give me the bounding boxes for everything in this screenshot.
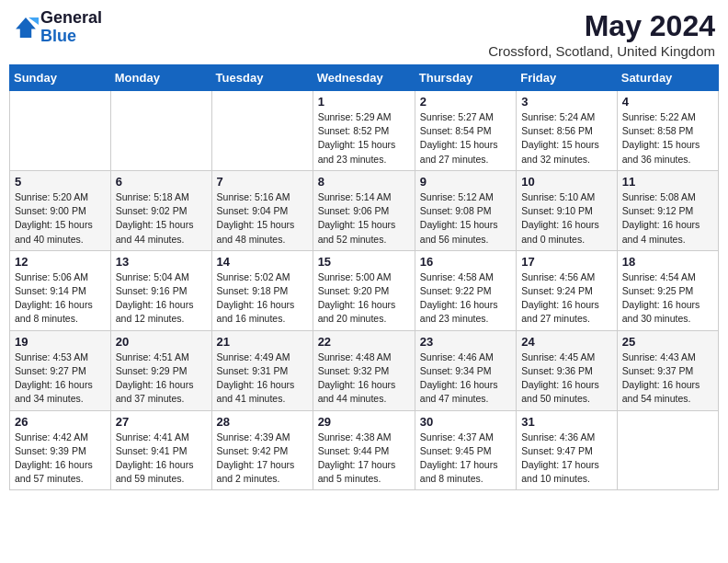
day-number: 18 [622, 255, 713, 269]
calendar-cell: 7Sunrise: 5:16 AMSunset: 9:04 PMDaylight… [211, 170, 313, 250]
month-title: May 2024 [488, 9, 715, 43]
calendar-cell [211, 91, 313, 171]
calendar-cell [110, 91, 211, 171]
day-number: 13 [116, 255, 207, 269]
day-info: Sunrise: 5:12 AMSunset: 9:08 PMDaylight:… [420, 190, 511, 247]
day-number: 27 [116, 415, 207, 429]
day-number: 10 [521, 175, 612, 189]
logo: General Blue [13, 9, 102, 46]
calendar-cell: 22Sunrise: 4:48 AMSunset: 9:32 PMDayligh… [313, 330, 415, 410]
day-info: Sunrise: 5:18 AMSunset: 9:02 PMDaylight:… [116, 190, 207, 247]
day-info: Sunrise: 4:43 AMSunset: 9:37 PMDaylight:… [622, 350, 713, 407]
calendar-week-row: 5Sunrise: 5:20 AMSunset: 9:00 PMDaylight… [10, 170, 719, 250]
calendar-week-row: 26Sunrise: 4:42 AMSunset: 9:39 PMDayligh… [10, 410, 719, 490]
day-info: Sunrise: 4:41 AMSunset: 9:41 PMDaylight:… [116, 431, 207, 487]
day-info: Sunrise: 5:02 AMSunset: 9:18 PMDaylight:… [217, 270, 308, 327]
calendar-cell: 5Sunrise: 5:20 AMSunset: 9:00 PMDaylight… [10, 170, 111, 250]
calendar-cell: 27Sunrise: 4:41 AMSunset: 9:41 PMDayligh… [110, 410, 211, 490]
calendar-cell: 6Sunrise: 5:18 AMSunset: 9:02 PMDaylight… [110, 170, 211, 250]
day-number: 2 [420, 95, 511, 109]
day-info: Sunrise: 4:51 AMSunset: 9:29 PMDaylight:… [116, 350, 207, 407]
weekday-header: Wednesday [313, 65, 415, 91]
day-info: Sunrise: 4:53 AMSunset: 9:27 PMDaylight:… [15, 350, 106, 407]
calendar-cell: 13Sunrise: 5:04 AMSunset: 9:16 PMDayligh… [110, 250, 211, 330]
day-info: Sunrise: 4:37 AMSunset: 9:45 PMDaylight:… [420, 431, 511, 487]
day-number: 8 [318, 175, 410, 189]
day-number: 9 [420, 175, 511, 189]
calendar-cell: 4Sunrise: 5:22 AMSunset: 8:58 PMDaylight… [617, 91, 718, 171]
day-number: 3 [521, 95, 612, 109]
calendar-week-row: 19Sunrise: 4:53 AMSunset: 9:27 PMDayligh… [10, 330, 719, 410]
calendar-cell: 3Sunrise: 5:24 AMSunset: 8:56 PMDaylight… [517, 91, 618, 171]
calendar-cell: 9Sunrise: 5:12 AMSunset: 9:08 PMDaylight… [415, 170, 516, 250]
calendar-cell: 14Sunrise: 5:02 AMSunset: 9:18 PMDayligh… [211, 250, 313, 330]
weekday-header: Friday [517, 65, 618, 91]
calendar-cell: 31Sunrise: 4:36 AMSunset: 9:47 PMDayligh… [517, 410, 618, 490]
day-info: Sunrise: 5:24 AMSunset: 8:56 PMDaylight:… [521, 110, 612, 167]
day-info: Sunrise: 4:45 AMSunset: 9:36 PMDaylight:… [521, 350, 612, 407]
calendar-header-row: SundayMondayTuesdayWednesdayThursdayFrid… [10, 65, 719, 91]
day-number: 28 [217, 415, 308, 429]
day-number: 30 [420, 415, 511, 429]
page-header: General Blue May 2024 Crossford, Scotlan… [9, 9, 719, 59]
calendar-cell: 10Sunrise: 5:10 AMSunset: 9:10 PMDayligh… [517, 170, 618, 250]
day-info: Sunrise: 4:56 AMSunset: 9:24 PMDaylight:… [521, 270, 612, 327]
day-info: Sunrise: 5:27 AMSunset: 8:54 PMDaylight:… [420, 110, 511, 167]
title-block: May 2024 Crossford, Scotland, United Kin… [488, 9, 715, 59]
calendar-cell: 23Sunrise: 4:46 AMSunset: 9:34 PMDayligh… [415, 330, 516, 410]
day-info: Sunrise: 5:14 AMSunset: 9:06 PMDaylight:… [318, 190, 410, 247]
calendar-cell: 12Sunrise: 5:06 AMSunset: 9:14 PMDayligh… [10, 250, 111, 330]
day-number: 11 [622, 175, 713, 189]
day-info: Sunrise: 4:36 AMSunset: 9:47 PMDaylight:… [521, 431, 612, 487]
calendar-cell: 8Sunrise: 5:14 AMSunset: 9:06 PMDaylight… [313, 170, 415, 250]
day-number: 1 [318, 95, 410, 109]
day-number: 23 [420, 335, 511, 349]
calendar-week-row: 12Sunrise: 5:06 AMSunset: 9:14 PMDayligh… [10, 250, 719, 330]
day-number: 25 [622, 335, 713, 349]
calendar-cell: 16Sunrise: 4:58 AMSunset: 9:22 PMDayligh… [415, 250, 516, 330]
calendar-cell: 24Sunrise: 4:45 AMSunset: 9:36 PMDayligh… [517, 330, 618, 410]
day-info: Sunrise: 5:08 AMSunset: 9:12 PMDaylight:… [622, 190, 713, 247]
day-info: Sunrise: 5:29 AMSunset: 8:52 PMDaylight:… [318, 110, 410, 167]
calendar-cell: 2Sunrise: 5:27 AMSunset: 8:54 PMDaylight… [415, 91, 516, 171]
calendar-cell: 15Sunrise: 5:00 AMSunset: 9:20 PMDayligh… [313, 250, 415, 330]
calendar-cell: 28Sunrise: 4:39 AMSunset: 9:42 PMDayligh… [211, 410, 313, 490]
day-number: 20 [116, 335, 207, 349]
day-number: 15 [318, 255, 410, 269]
day-info: Sunrise: 4:58 AMSunset: 9:22 PMDaylight:… [420, 270, 511, 327]
calendar-cell: 18Sunrise: 4:54 AMSunset: 9:25 PMDayligh… [617, 250, 718, 330]
day-info: Sunrise: 5:20 AMSunset: 9:00 PMDaylight:… [15, 190, 106, 247]
day-info: Sunrise: 5:04 AMSunset: 9:16 PMDaylight:… [116, 270, 207, 327]
location-text: Crossford, Scotland, United Kingdom [488, 43, 715, 59]
day-info: Sunrise: 4:48 AMSunset: 9:32 PMDaylight:… [318, 350, 410, 407]
day-number: 4 [622, 95, 713, 109]
logo-blue-text: Blue [40, 28, 102, 46]
day-info: Sunrise: 4:54 AMSunset: 9:25 PMDaylight:… [622, 270, 713, 327]
calendar-week-row: 1Sunrise: 5:29 AMSunset: 8:52 PMDaylight… [10, 91, 719, 171]
day-info: Sunrise: 5:10 AMSunset: 9:10 PMDaylight:… [521, 190, 612, 247]
calendar-cell: 11Sunrise: 5:08 AMSunset: 9:12 PMDayligh… [617, 170, 718, 250]
calendar-cell: 1Sunrise: 5:29 AMSunset: 8:52 PMDaylight… [313, 91, 415, 171]
day-info: Sunrise: 5:00 AMSunset: 9:20 PMDaylight:… [318, 270, 410, 327]
day-info: Sunrise: 4:46 AMSunset: 9:34 PMDaylight:… [420, 350, 511, 407]
day-info: Sunrise: 5:06 AMSunset: 9:14 PMDaylight:… [15, 270, 106, 327]
day-number: 7 [217, 175, 308, 189]
calendar-cell: 20Sunrise: 4:51 AMSunset: 9:29 PMDayligh… [110, 330, 211, 410]
day-info: Sunrise: 4:39 AMSunset: 9:42 PMDaylight:… [217, 431, 308, 487]
calendar-table: SundayMondayTuesdayWednesdayThursdayFrid… [9, 64, 719, 490]
day-info: Sunrise: 5:16 AMSunset: 9:04 PMDaylight:… [217, 190, 308, 247]
day-number: 16 [420, 255, 511, 269]
calendar-cell: 19Sunrise: 4:53 AMSunset: 9:27 PMDayligh… [10, 330, 111, 410]
calendar-cell: 21Sunrise: 4:49 AMSunset: 9:31 PMDayligh… [211, 330, 313, 410]
day-info: Sunrise: 5:22 AMSunset: 8:58 PMDaylight:… [622, 110, 713, 167]
day-number: 6 [116, 175, 207, 189]
day-number: 12 [15, 255, 106, 269]
day-info: Sunrise: 4:42 AMSunset: 9:39 PMDaylight:… [15, 431, 106, 487]
calendar-cell: 29Sunrise: 4:38 AMSunset: 9:44 PMDayligh… [313, 410, 415, 490]
calendar-cell: 17Sunrise: 4:56 AMSunset: 9:24 PMDayligh… [517, 250, 618, 330]
logo-general-text: General [40, 9, 102, 28]
calendar-cell: 25Sunrise: 4:43 AMSunset: 9:37 PMDayligh… [617, 330, 718, 410]
day-number: 24 [521, 335, 612, 349]
day-number: 5 [15, 175, 106, 189]
calendar-cell: 30Sunrise: 4:37 AMSunset: 9:45 PMDayligh… [415, 410, 516, 490]
